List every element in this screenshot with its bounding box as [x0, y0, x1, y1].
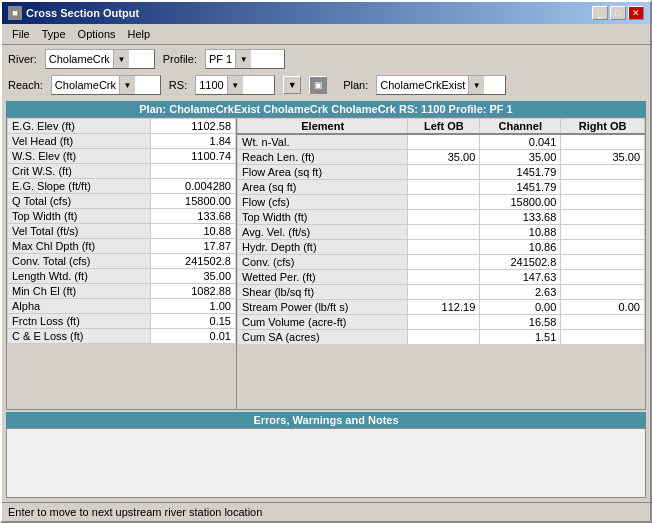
left-row-value: 1082.88 [150, 284, 235, 299]
left-row-value: 1102.58 [150, 119, 235, 134]
right-row-value: 241502.8 [480, 255, 561, 270]
right-row-value: 0.00 [480, 300, 561, 315]
left-row-label: E.G. Elev (ft) [8, 119, 151, 134]
left-row-label: Crit W.S. (ft) [8, 164, 151, 179]
rs-next-button[interactable]: ▣ [309, 76, 327, 94]
left-row-value: 0.01 [150, 329, 235, 344]
left-row-value: 35.00 [150, 269, 235, 284]
rs-dropdown-arrow[interactable]: ▼ [227, 76, 243, 94]
errors-bar: Errors, Warnings and Notes [6, 412, 646, 428]
menu-help[interactable]: Help [122, 26, 157, 42]
right-row-value [561, 165, 645, 180]
profile-dropdown[interactable]: PF 1 ▼ [205, 49, 285, 69]
right-row-value: 133.68 [480, 210, 561, 225]
right-row-value: 35.00 [408, 150, 480, 165]
right-row-value: 2.63 [480, 285, 561, 300]
river-label: River: [8, 53, 37, 65]
reach-dropdown[interactable]: CholameCrk ▼ [51, 75, 161, 95]
left-row-label: Alpha [8, 299, 151, 314]
close-button[interactable]: ✕ [628, 6, 644, 20]
left-table-row: Min Ch El (ft)1082.88 [8, 284, 236, 299]
maximize-button[interactable]: □ [610, 6, 626, 20]
col-channel: Channel [480, 119, 561, 135]
rs-prev-button[interactable]: ▼ [283, 76, 301, 94]
window-title: Cross Section Output [26, 7, 139, 19]
right-row-value: 35.00 [480, 150, 561, 165]
right-row-value [561, 285, 645, 300]
right-row-label: Conv. (cfs) [238, 255, 408, 270]
left-table-row: Alpha1.00 [8, 299, 236, 314]
left-table-row: E.G. Slope (ft/ft)0.004280 [8, 179, 236, 194]
left-row-label: Top Width (ft) [8, 209, 151, 224]
right-row-value [561, 225, 645, 240]
left-table-row: W.S. Elev (ft)1100.74 [8, 149, 236, 164]
right-row-label: Wetted Per. (ft) [238, 270, 408, 285]
right-table-row: Hydr. Depth (ft)10.86 [238, 240, 645, 255]
right-table-row: Avg. Vel. (ft/s)10.88 [238, 225, 645, 240]
left-row-label: Max Chl Dpth (ft) [8, 239, 151, 254]
right-row-value: 1451.79 [480, 180, 561, 195]
river-dropdown[interactable]: CholameCrk ▼ [45, 49, 155, 69]
rs-dropdown[interactable]: 1100 ▼ [195, 75, 275, 95]
errors-area [6, 428, 646, 498]
river-dropdown-arrow[interactable]: ▼ [113, 50, 129, 68]
status-bar: Enter to move to next upstream river sta… [2, 502, 650, 521]
col-element: Element [238, 119, 408, 135]
right-row-value: 147.63 [480, 270, 561, 285]
menu-options[interactable]: Options [72, 26, 122, 42]
right-row-value: 1.51 [480, 330, 561, 345]
left-table-row: Conv. Total (cfs)241502.8 [8, 254, 236, 269]
right-row-label: Flow (cfs) [238, 195, 408, 210]
col-left-ob: Left OB [408, 119, 480, 135]
right-row-value: 0.00 [561, 300, 645, 315]
right-row-value [408, 255, 480, 270]
plan-dropdown[interactable]: CholameCrkExist ▼ [376, 75, 506, 95]
right-row-value [408, 134, 480, 150]
right-row-label: Top Width (ft) [238, 210, 408, 225]
right-row-value [408, 165, 480, 180]
right-table-row: Flow (cfs)15800.00 [238, 195, 645, 210]
right-row-value [408, 210, 480, 225]
window-controls: _ □ ✕ [592, 6, 644, 20]
right-row-value [561, 210, 645, 225]
left-row-value: 17.87 [150, 239, 235, 254]
menu-type[interactable]: Type [36, 26, 72, 42]
right-table-row: Stream Power (lb/ft s)112.190.000.00 [238, 300, 645, 315]
left-table-row: E.G. Elev (ft)1102.58 [8, 119, 236, 134]
profile-dropdown-arrow[interactable]: ▼ [235, 50, 251, 68]
left-row-label: C & E Loss (ft) [8, 329, 151, 344]
reach-label: Reach: [8, 79, 43, 91]
left-table-row: Top Width (ft)133.68 [8, 209, 236, 224]
right-table-row: Wt. n-Val.0.041 [238, 134, 645, 150]
left-row-label: Vel Total (ft/s) [8, 224, 151, 239]
tables-container: E.G. Elev (ft)1102.58Vel Head (ft)1.84W.… [6, 117, 646, 410]
left-row-label: Length Wtd. (ft) [8, 269, 151, 284]
left-table-row: Max Chl Dpth (ft)17.87 [8, 239, 236, 254]
right-table-row: Reach Len. (ft)35.0035.0035.00 [238, 150, 645, 165]
left-row-value: 241502.8 [150, 254, 235, 269]
right-row-label: Stream Power (lb/ft s) [238, 300, 408, 315]
right-row-value [408, 285, 480, 300]
minimize-button[interactable]: _ [592, 6, 608, 20]
right-row-value [561, 195, 645, 210]
right-row-value [561, 330, 645, 345]
right-row-label: Avg. Vel. (ft/s) [238, 225, 408, 240]
plan-value: CholameCrkExist [377, 78, 468, 92]
left-row-label: Q Total (cfs) [8, 194, 151, 209]
right-table-row: Shear (lb/sq ft)2.63 [238, 285, 645, 300]
right-row-value [408, 240, 480, 255]
right-row-value: 10.88 [480, 225, 561, 240]
menu-file[interactable]: File [6, 26, 36, 42]
plan-dropdown-arrow[interactable]: ▼ [468, 76, 484, 94]
title-bar: ■ Cross Section Output _ □ ✕ [2, 2, 650, 24]
right-table-row: Cum SA (acres)1.51 [238, 330, 645, 345]
plan-label: Plan: [343, 79, 368, 91]
right-row-label: Hydr. Depth (ft) [238, 240, 408, 255]
left-row-value: 10.88 [150, 224, 235, 239]
right-row-value: 1451.79 [480, 165, 561, 180]
reach-dropdown-arrow[interactable]: ▼ [119, 76, 135, 94]
right-table-row: Conv. (cfs)241502.8 [238, 255, 645, 270]
left-row-label: Vel Head (ft) [8, 134, 151, 149]
right-row-value [408, 330, 480, 345]
right-row-value: 35.00 [561, 150, 645, 165]
